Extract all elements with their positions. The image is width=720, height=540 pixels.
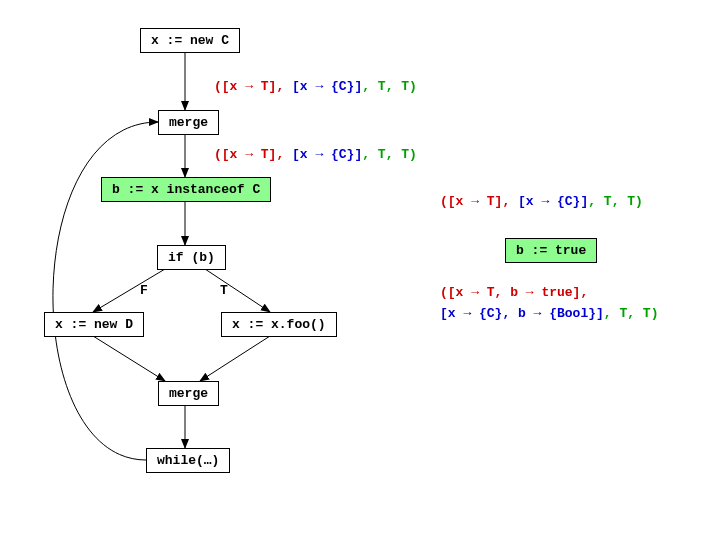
state-annotation-4: ([x → T, b → true], [x → {C}, b → {Bool}… (440, 285, 658, 321)
node-new-d: x := new D (44, 312, 144, 337)
node-merge-1: merge (158, 110, 219, 135)
node-new-c: x := new C (140, 28, 240, 53)
node-if-b: if (b) (157, 245, 226, 270)
state-annotation-3: ([x → T], [x → {C}], T, T) (440, 194, 643, 209)
node-instanceof: b := x instanceof C (101, 177, 271, 202)
state-annotation-2: ([x → T], [x → {C}], T, T) (214, 147, 417, 162)
node-x-foo: x := x.foo() (221, 312, 337, 337)
node-while: while(…) (146, 448, 230, 473)
node-merge-2: merge (158, 381, 219, 406)
branch-true-label: T (220, 283, 228, 298)
branch-false-label: F (140, 283, 148, 298)
state-annotation-1: ([x → T], [x → {C}], T, T) (214, 79, 417, 94)
node-b-true: b := true (505, 238, 597, 263)
